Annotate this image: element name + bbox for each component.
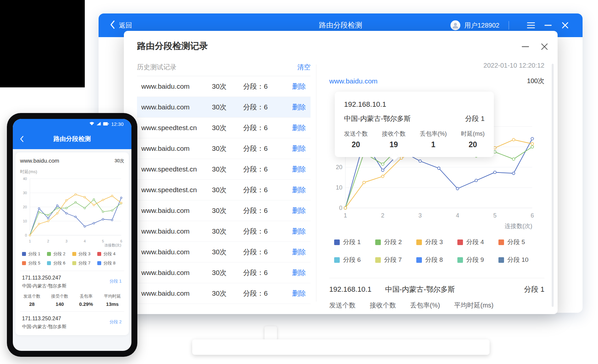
history-row[interactable]: www.baidu.com 30次 分段：6 删除 [137, 200, 310, 221]
segment-summary-row: 192.168.10.1 中国-内蒙古-鄂尔多斯 分段 1 [329, 284, 544, 294]
legend-label: 分段 1 [343, 238, 361, 246]
tooltip-stat-label: 时延(ms) [461, 130, 485, 138]
phone-result-card: www.baidu.com 30次 时延(ms) 010203040123456… [15, 152, 129, 335]
delete-record-button[interactable]: 删除 [292, 247, 306, 257]
phone-chart-ylabel: 时延(ms) [20, 169, 124, 175]
x-tick-label: 3 [419, 212, 422, 219]
legend-label: 分段 5 [507, 238, 525, 246]
history-segments: 分段：6 [243, 247, 292, 257]
delete-record-button[interactable]: 删除 [292, 123, 306, 132]
data-point-marker [494, 147, 496, 149]
x-tick-label: 4 [84, 239, 86, 243]
history-row[interactable]: www.baidu.com 30次 分段：6 删除 [137, 97, 310, 118]
data-point-marker [38, 208, 40, 209]
user-name[interactable]: 用户128902 [464, 21, 499, 30]
legend-swatch [498, 257, 504, 263]
phone-stat-value: 28 [23, 301, 40, 307]
record-timestamp: 2022-01-10 12:20:12 [329, 62, 544, 69]
segment-stats-header: 丢包率(%) [410, 301, 440, 310]
legend-item: 分段 7 [375, 256, 416, 264]
phone-content: www.baidu.com 30次 时延(ms) 010203040123456… [13, 149, 131, 351]
delete-record-button[interactable]: 删除 [292, 144, 306, 153]
data-point-marker [47, 214, 49, 216]
data-point-marker [93, 204, 95, 206]
menu-button[interactable] [527, 21, 535, 30]
legend-item: 分段 2 [47, 251, 72, 257]
phone-stat-label: 接受个数 [51, 293, 68, 299]
delete-record-button[interactable]: 删除 [292, 82, 306, 91]
data-point-marker [419, 160, 422, 162]
wifi-icon [89, 121, 94, 127]
phone-segment-item[interactable]: 171.113.250.247 中国-内蒙古-鄂尔多斯 分段 1 发送个数28接… [20, 271, 124, 307]
phone-segment-ip: 171.113.250.247 [22, 316, 122, 322]
y-tick-label: 40 [23, 177, 27, 181]
data-point-marker [438, 167, 440, 170]
y-tick-label: 20 [23, 205, 27, 209]
close-button[interactable] [561, 21, 569, 30]
history-row[interactable]: www.baidu.com 30次 分段：6 删除 [137, 76, 310, 97]
data-point-marker [494, 151, 496, 153]
data-point-marker [75, 193, 77, 195]
delete-record-button[interactable]: 删除 [292, 185, 306, 194]
history-count: 30次 [212, 144, 243, 153]
delete-record-button[interactable]: 删除 [292, 268, 306, 277]
x-tick-label: 5 [102, 239, 104, 243]
legend-swatch [72, 261, 76, 265]
x-tick-label: 4 [456, 212, 459, 219]
history-host: www.baidu.com [141, 82, 212, 90]
delete-record-button[interactable]: 删除 [292, 206, 306, 215]
history-segments: 分段：6 [243, 185, 292, 194]
segment-location: 中国-内蒙古-鄂尔多斯 [385, 284, 524, 294]
history-row[interactable]: www.baidu.com 30次 分段：6 删除 [137, 242, 310, 262]
data-point-marker [84, 207, 85, 209]
history-segments: 分段：6 [243, 144, 292, 153]
phone-segment-item[interactable]: 171.113.250.247 中国-内蒙古-鄂尔多斯 分段 2 [20, 311, 124, 330]
data-point-marker [363, 181, 365, 184]
delete-record-button[interactable]: 删除 [292, 102, 306, 112]
phone-latency-chart: 010203040123456连接数(次) [20, 176, 125, 248]
history-row[interactable]: www.baidu.com 30次 分段：6 删除 [137, 283, 310, 304]
phone-back-button[interactable] [20, 136, 24, 142]
legend-swatch [416, 239, 422, 245]
data-point-marker [111, 195, 113, 197]
data-point-marker [111, 219, 113, 221]
tooltip-stat-value: 1 [420, 140, 447, 149]
modal-scrollbar[interactable] [552, 64, 554, 307]
x-axis-label: 连接数(次) [505, 223, 532, 229]
modal-close-button[interactable] [540, 43, 548, 51]
legend-item: 分段 4 [457, 238, 498, 246]
history-row[interactable]: www.baidu.com 30次 分段：6 删除 [137, 138, 310, 159]
legend-item: 分段 1 [334, 238, 375, 246]
data-point-marker [531, 146, 534, 148]
data-point-marker [75, 201, 77, 203]
legend-item: 分段 9 [457, 256, 498, 264]
clear-history-button[interactable]: 清空 [297, 63, 310, 72]
x-tick-label: 5 [493, 212, 496, 219]
history-segments: 分段：6 [243, 102, 292, 112]
phone-host: www.baidu.com [20, 158, 59, 164]
data-point-marker [381, 163, 384, 166]
legend-swatch [22, 261, 26, 265]
user-avatar-icon[interactable] [450, 20, 460, 30]
window-title: 路由分段检测 [319, 20, 362, 30]
history-row[interactable]: www.speedtest.cn 30次 分段：6 删除 [137, 118, 310, 138]
record-host-link[interactable]: www.baidu.com [329, 77, 378, 85]
history-row[interactable]: www.speedtest.cn 30次 分段：6 删除 [137, 159, 310, 180]
history-count: 30次 [212, 289, 243, 298]
tooltip-stat-label: 发送个数 [344, 130, 368, 138]
phone-segment-tag: 分段 1 [109, 278, 122, 284]
legend-swatch [22, 252, 26, 256]
history-row[interactable]: www.baidu.com 30次 分段：6 删除 [137, 221, 310, 242]
modal-minimize-button[interactable] [521, 43, 529, 51]
delete-record-button[interactable]: 删除 [292, 227, 306, 236]
history-row[interactable]: www.baidu.com 30次 分段：6 删除 [137, 262, 310, 283]
legend-swatch [498, 239, 504, 245]
minimize-button[interactable] [544, 21, 552, 30]
back-button[interactable]: 返回 [99, 20, 132, 31]
legend-item: 分段 6 [47, 260, 72, 266]
back-label: 返回 [119, 21, 132, 30]
data-point-marker [400, 157, 403, 159]
delete-record-button[interactable]: 删除 [292, 165, 306, 174]
delete-record-button[interactable]: 删除 [292, 289, 306, 298]
history-row[interactable]: www.speedtest.cn 30次 分段：6 删除 [137, 180, 310, 200]
